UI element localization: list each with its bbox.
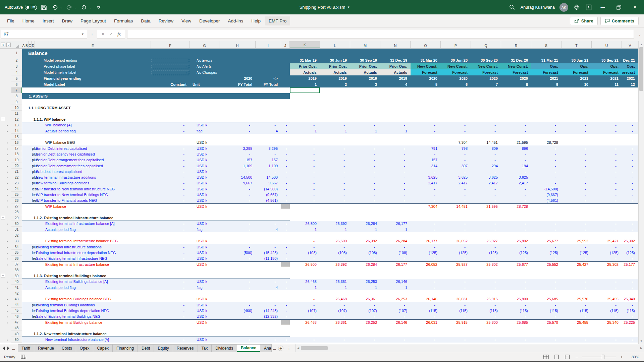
data-cell[interactable]: (115): [531, 308, 561, 313]
row-label[interactable]: Actuals period flag: [22, 128, 151, 134]
data-cell[interactable]: -: [592, 221, 622, 227]
data-cell[interactable]: (4,561): [531, 198, 561, 203]
constant-cell[interactable]: -: [151, 157, 190, 163]
fy-total-cell[interactable]: -: [219, 314, 256, 319]
data-cell[interactable]: -: [320, 157, 350, 163]
data-cell[interactable]: (115): [411, 308, 441, 313]
vscroll-thumb[interactable]: [639, 47, 643, 91]
fy-total-cell[interactable]: [219, 204, 256, 209]
data-cell[interactable]: -: [380, 198, 411, 203]
data-cell[interactable]: -: [350, 302, 380, 308]
period-year-cell[interactable]: 2020: [501, 75, 531, 81]
check-cell[interactable]: -: [281, 180, 290, 186]
data-cell[interactable]: [380, 105, 411, 111]
unit-cell[interactable]: flag: [190, 285, 219, 290]
column-header-O[interactable]: O: [411, 41, 441, 48]
check-cell[interactable]: -: [281, 192, 290, 197]
data-cell[interactable]: [350, 93, 380, 99]
data-cell[interactable]: (125): [411, 250, 441, 255]
data-cell[interactable]: [501, 273, 531, 279]
row-header-14[interactable]: 14: [11, 128, 22, 134]
data-cell[interactable]: [320, 273, 350, 279]
data-cell[interactable]: -: [622, 151, 638, 157]
row-header-16[interactable]: 16: [11, 140, 22, 145]
period-types-cell[interactable]: Forecast: [441, 69, 471, 75]
data-cell[interactable]: -: [380, 157, 411, 163]
data-cell[interactable]: -: [290, 174, 320, 180]
fy-total-cell[interactable]: [219, 296, 256, 302]
data-cell[interactable]: -: [561, 122, 592, 128]
collapse-group-button[interactable]: −: [1, 274, 5, 278]
period-types-cell[interactable]: Forecast: [592, 69, 622, 75]
data-cell[interactable]: [622, 215, 638, 221]
data-cell[interactable]: [561, 111, 592, 116]
period-label-cell[interactable]: 6: [441, 81, 471, 87]
data-cell[interactable]: -: [380, 302, 411, 308]
check-cell[interactable]: [281, 262, 290, 267]
fy-total-cell[interactable]: [219, 140, 256, 145]
data-cell[interactable]: -: [471, 279, 501, 285]
data-cell[interactable]: [350, 325, 380, 331]
ribbon-tab-draw[interactable]: Draw: [58, 16, 76, 25]
data-cell[interactable]: [441, 290, 471, 296]
data-cell[interactable]: [622, 93, 638, 99]
data-cell[interactable]: -: [320, 244, 350, 250]
period-types-cell[interactable]: Actuals: [380, 69, 411, 75]
row-header-39[interactable]: 39: [11, 273, 22, 279]
unit-cell[interactable]: flag: [190, 128, 219, 134]
data-cell[interactable]: [501, 87, 531, 93]
data-cell[interactable]: -: [411, 337, 441, 343]
data-cell[interactable]: 1: [290, 227, 320, 232]
ribbon-tab-page-layout[interactable]: Page Layout: [77, 16, 110, 25]
row-label[interactable]: New terminal Infrastructure balance [A]: [22, 337, 151, 343]
data-cell[interactable]: -: [380, 163, 411, 169]
data-cell[interactable]: (108): [290, 250, 320, 255]
data-cell[interactable]: [471, 325, 501, 331]
data-cell[interactable]: 1: [380, 128, 411, 134]
row-header-30[interactable]: 30: [11, 221, 22, 227]
data-cell[interactable]: 25,677: [531, 238, 561, 244]
row-label[interactable]: plusExisting terminal Buildings addition…: [22, 302, 151, 308]
data-cell[interactable]: 314: [411, 163, 441, 169]
constant-cell[interactable]: -: [151, 227, 190, 232]
data-cell[interactable]: -: [320, 174, 350, 180]
column-header-S[interactable]: S: [531, 41, 561, 48]
data-cell[interactable]: -: [411, 279, 441, 285]
data-cell[interactable]: 1: [350, 285, 380, 290]
fy-total-flag[interactable]: <>: [256, 75, 281, 81]
data-cell[interactable]: -: [622, 279, 638, 285]
data-cell[interactable]: -: [592, 337, 622, 343]
check-cell[interactable]: -: [281, 151, 290, 157]
data-cell[interactable]: [531, 331, 561, 337]
data-cell[interactable]: (108): [350, 250, 380, 255]
fy-total-cell[interactable]: 4: [256, 128, 281, 134]
constant-cell[interactable]: -: [151, 250, 190, 255]
data-cell[interactable]: 26,284: [350, 221, 380, 227]
sheet-tab-debt[interactable]: Debt: [138, 344, 154, 352]
status-note[interactable]: No Alerts: [190, 63, 290, 69]
data-cell[interactable]: -: [501, 302, 531, 308]
row-header-11[interactable]: 11: [11, 111, 22, 116]
data-cell[interactable]: [411, 105, 441, 111]
header-input-cell[interactable]: -: [151, 57, 190, 63]
data-cell[interactable]: [561, 331, 592, 337]
data-cell[interactable]: -: [290, 198, 320, 203]
data-cell[interactable]: -: [622, 157, 638, 163]
data-cell[interactable]: [501, 93, 531, 99]
data-cell[interactable]: 1: [380, 227, 411, 232]
data-cell[interactable]: -: [350, 163, 380, 169]
data-cell[interactable]: -: [320, 337, 350, 343]
constant-cell[interactable]: [151, 296, 190, 302]
sheet-tab-tax[interactable]: Tax: [198, 344, 212, 352]
data-cell[interactable]: -: [622, 140, 638, 145]
row-label[interactable]: Existing terminal Infrastructure balance: [22, 262, 151, 267]
data-cell[interactable]: -: [622, 314, 638, 319]
period-label-cell[interactable]: 2: [320, 81, 350, 87]
data-cell[interactable]: -: [290, 145, 320, 151]
data-cell[interactable]: (115): [592, 308, 622, 313]
data-cell[interactable]: -: [380, 256, 411, 261]
data-cell[interactable]: 26,146: [411, 296, 441, 302]
data-cell[interactable]: -: [561, 204, 592, 209]
sheet-tab-tariff[interactable]: Tariff: [18, 344, 34, 352]
scroll-up-icon[interactable]: ▲: [639, 41, 644, 47]
